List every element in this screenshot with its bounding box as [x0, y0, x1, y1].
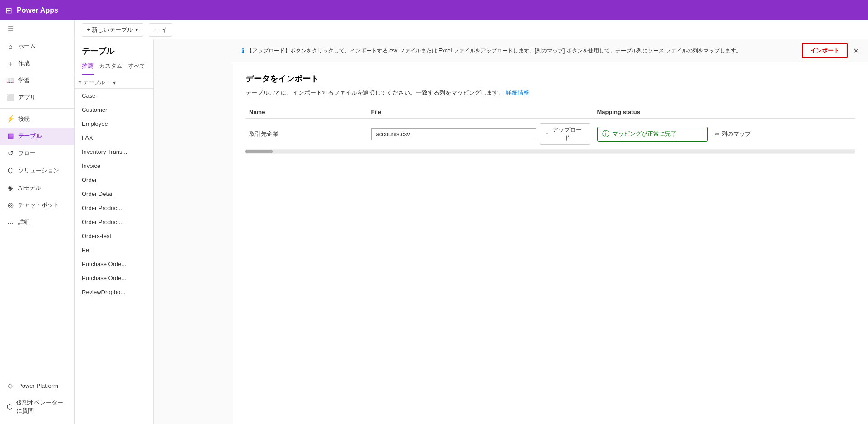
tab-all[interactable]: すべて	[128, 59, 146, 75]
import-table: Name File Mapping status 取引先企業	[245, 106, 855, 154]
learn-icon: 📖	[6, 76, 14, 85]
sidebar-label-connections: 接続	[18, 115, 30, 123]
ai-models-icon: ◈	[6, 184, 14, 192]
sort-label: テーブル	[83, 79, 105, 86]
file-input-box: accounts.csv	[371, 128, 536, 140]
import-title: データをインポート	[245, 73, 855, 84]
menu-icon: ☰	[6, 25, 14, 33]
sidebar-label-chatbot: チャットボット	[18, 201, 59, 209]
tables-list: Case Customer Employee FAX Inventory Tra…	[75, 89, 153, 424]
table-row: 取引先企業 accounts.csv ↑ アップロード	[245, 119, 855, 150]
table-item-inventory[interactable]: Inventory Trans...	[75, 145, 153, 159]
sidebar-divider-2	[0, 233, 74, 233]
table-item-purchase-order-1[interactable]: Purchase Orde...	[75, 257, 153, 271]
scrollbar-track[interactable]	[245, 150, 855, 153]
col-actions	[711, 106, 855, 119]
sidebar-item-connections[interactable]: ⚡ 接続	[0, 110, 74, 128]
table-item-order-product-1[interactable]: Order Product...	[75, 201, 153, 215]
sidebar-label-home: ホーム	[18, 42, 36, 50]
connections-icon: ⚡	[6, 115, 14, 123]
import-overlay: ℹ 【アップロード】ボタンをクリックして、インポートする csv ファイルまたは…	[233, 39, 868, 424]
sidebar-divider-1	[0, 108, 74, 109]
table-item-orders-test[interactable]: Orders-test	[75, 229, 153, 243]
row-name: 取引先企業	[245, 119, 368, 150]
upload-label: アップロード	[550, 126, 584, 142]
table-item-fax[interactable]: FAX	[75, 131, 153, 145]
import-shortcut-label: ← イ	[154, 26, 167, 34]
map-columns-label: 列のマップ	[722, 130, 751, 138]
row-mapping-status: ⓘ マッピングが正常に完了	[594, 119, 711, 150]
map-columns-button[interactable]: ✏ 列のマップ	[715, 130, 751, 138]
tab-recommended[interactable]: 推薦	[82, 59, 94, 75]
import-dismiss-button[interactable]: ✕	[853, 47, 859, 55]
app-title: Power Apps	[17, 6, 58, 14]
sidebar-item-power-platform[interactable]: ◇ Power Platform	[0, 377, 74, 394]
sidebar-label-details: 詳細	[18, 218, 30, 226]
solutions-icon: ⬡	[6, 167, 14, 175]
row-file: accounts.csv ↑ アップロード	[368, 119, 594, 150]
sort-icon: ≡	[78, 80, 81, 86]
col-mapping: Mapping status	[594, 106, 711, 119]
home-icon: ⌂	[6, 43, 14, 50]
table-item-order-detail[interactable]: Order Detail	[75, 187, 153, 201]
table-item-invoice[interactable]: Invoice	[75, 159, 153, 173]
sidebar-label-learn: 学習	[18, 76, 30, 85]
table-item-employee[interactable]: Employee	[75, 117, 153, 131]
status-check-icon: ⓘ	[602, 129, 609, 139]
power-platform-icon: ◇	[6, 381, 14, 390]
table-item-case[interactable]: Case	[75, 89, 153, 103]
table-item-review-dropbo[interactable]: ReviewDropbo...	[75, 285, 153, 299]
table-item-pet[interactable]: Pet	[75, 243, 153, 257]
chatbot-icon: ◎	[6, 201, 14, 209]
table-item-purchase-order-2[interactable]: Purchase Orde...	[75, 271, 153, 285]
detail-link[interactable]: 詳細情報	[506, 89, 529, 96]
sidebar-label-create: 作成	[18, 59, 30, 67]
import-body: データをインポート テーブルごとに、インポートするファイルを選択してください。一…	[233, 62, 868, 424]
table-item-order[interactable]: Order	[75, 173, 153, 187]
import-shortcut-button[interactable]: ← イ	[149, 23, 172, 37]
sidebar-item-solutions[interactable]: ⬡ ソリューション	[0, 162, 74, 179]
sidebar-item-home[interactable]: ⌂ ホーム	[0, 38, 74, 55]
sidebar-label-tables: テーブル	[18, 132, 42, 140]
sidebar-item-ai-models[interactable]: ◈ AIモデル	[0, 179, 74, 196]
import-subtitle: テーブルごとに、インポートするファイルを選択してください。一致する列をマッピング…	[245, 89, 855, 97]
upload-button[interactable]: ↑ アップロード	[540, 123, 590, 145]
virtual-agent-icon: ⬡	[6, 403, 13, 411]
mapping-status: ⓘ マッピングが正常に完了	[597, 127, 708, 142]
sidebar-item-flows[interactable]: ↺ フロー	[0, 145, 74, 162]
import-info-text: 【アップロード】ボタンをクリックして、インポートする csv ファイルまたは E…	[247, 47, 741, 55]
info-icon: ℹ	[242, 47, 244, 54]
sidebar-item-tables[interactable]: ▦ テーブル	[0, 128, 74, 145]
tables-sort-bar: ≡ テーブル ↑ ▾	[75, 77, 153, 89]
tables-panel-title: テーブル	[75, 39, 153, 59]
sidebar-item-details[interactable]: ··· 詳細	[0, 214, 74, 231]
sidebar-label-ai-models: AIモデル	[18, 184, 41, 192]
sidebar-label-flows: フロー	[18, 149, 36, 157]
scrollbar-thumb[interactable]	[245, 150, 273, 153]
sort-filter-icon[interactable]: ▾	[113, 80, 116, 86]
sidebar-item-apps[interactable]: ⬜ アプリ	[0, 89, 74, 106]
sidebar-item-learn[interactable]: 📖 学習	[0, 72, 74, 89]
sidebar-item-create[interactable]: + 作成	[0, 55, 74, 72]
scrollbar-row	[245, 150, 855, 154]
grid-icon[interactable]: ⊞	[5, 5, 12, 15]
tab-custom[interactable]: カスタム	[99, 59, 123, 75]
sidebar-item-menu[interactable]: ☰	[0, 20, 74, 38]
sidebar-item-virtual-agent[interactable]: ⬡ 仮想オペレーターに質問	[0, 394, 74, 419]
pencil-icon: ✏	[715, 131, 720, 138]
import-info: ℹ 【アップロード】ボタンをクリックして、インポートする csv ファイルまたは…	[242, 47, 802, 55]
new-table-label: + 新しいテーブル	[87, 26, 133, 34]
row-actions: ✏ 列のマップ	[711, 119, 855, 150]
col-file: File	[368, 106, 594, 119]
table-item-order-product-2[interactable]: Order Product...	[75, 215, 153, 229]
new-table-button[interactable]: + 新しいテーブル ▾	[82, 23, 143, 37]
sidebar-label-apps: アプリ	[18, 94, 36, 102]
sidebar-item-chatbot[interactable]: ◎ チャットボット	[0, 196, 74, 214]
apps-icon: ⬜	[6, 94, 14, 102]
sort-arrow[interactable]: ↑	[107, 80, 109, 86]
upload-arrow-icon: ↑	[546, 131, 549, 138]
sidebar-bottom: ◇ Power Platform ⬡ 仮想オペレーターに質問	[0, 377, 74, 424]
sidebar-label-solutions: ソリューション	[18, 167, 59, 175]
table-item-customer[interactable]: Customer	[75, 103, 153, 117]
import-button[interactable]: インポート	[802, 43, 848, 58]
